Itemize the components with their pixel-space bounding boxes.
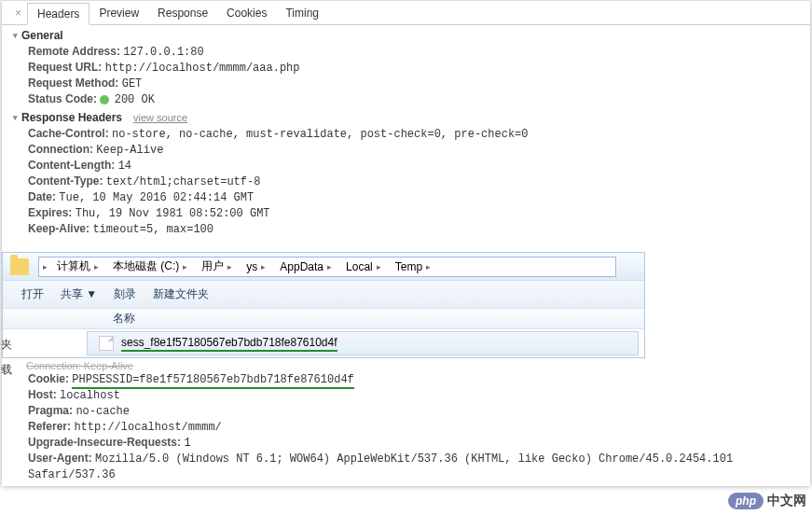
response-headers-title[interactable]: Response Headers bbox=[13, 111, 122, 124]
request-headers-section: Connection: Keep-Alive Cookie: PHPSESSID… bbox=[2, 358, 810, 486]
path-segment[interactable]: AppData▸ bbox=[274, 258, 340, 276]
content-type-value: text/html;charset=utf-8 bbox=[106, 175, 261, 188]
general-section: General Remote Address: 127.0.0.1:80 Req… bbox=[13, 29, 803, 107]
watermark: php 中文网 bbox=[728, 493, 806, 509]
connection-strike: Connection: Keep-Alive bbox=[13, 360, 803, 371]
view-source-link[interactable]: view source bbox=[133, 112, 187, 123]
content-length-key: Content-Length: bbox=[28, 159, 115, 172]
pragma-value: no-cache bbox=[76, 405, 130, 418]
explorer-addressbar: ▸ 计算机▸ 本地磁盘 (C:)▸ 用户▸ ys▸ AppData▸ Local… bbox=[3, 253, 644, 281]
path-segment[interactable]: 计算机▸ bbox=[51, 258, 107, 276]
host-value: localhost bbox=[60, 389, 120, 402]
pragma-key: Pragma: bbox=[28, 404, 73, 417]
windows-explorer: ▸ 计算机▸ 本地磁盘 (C:)▸ 用户▸ ys▸ AppData▸ Local… bbox=[2, 252, 645, 358]
watermark-text: 中文网 bbox=[767, 493, 806, 509]
connection-value: Keep-Alive bbox=[96, 144, 163, 157]
referer-key: Referer: bbox=[28, 420, 71, 433]
content-length-value: 14 bbox=[118, 160, 131, 173]
general-title[interactable]: General bbox=[13, 29, 63, 42]
connection-key: Connection: bbox=[28, 143, 93, 156]
remote-address-key: Remote Address: bbox=[28, 45, 120, 58]
path-bar[interactable]: ▸ 计算机▸ 本地磁盘 (C:)▸ 用户▸ ys▸ AppData▸ Local… bbox=[38, 257, 616, 277]
path-segment[interactable]: 用户▸ bbox=[196, 258, 241, 276]
user-agent-key: User-Agent: bbox=[28, 452, 92, 465]
explorer-toolbar: 打开 共享 ▼ 刻录 新建文件夹 bbox=[3, 281, 644, 309]
keep-alive-key: Keep-Alive: bbox=[28, 222, 89, 235]
request-method-value: GET bbox=[122, 77, 143, 90]
response-headers-section: Response Headers view source Cache-Contr… bbox=[13, 111, 803, 237]
status-code-value: 200 OK bbox=[115, 93, 155, 106]
headers-panel: General Remote Address: 127.0.0.1:80 Req… bbox=[2, 25, 810, 244]
request-url-value: http://localhost/mmmm/aaa.php bbox=[105, 62, 300, 75]
burn-button[interactable]: 刻录 bbox=[114, 286, 136, 302]
expires-key: Expires: bbox=[28, 206, 72, 219]
request-url-key: Request URL: bbox=[28, 61, 102, 74]
chevron-right-icon[interactable]: ▸ bbox=[39, 262, 51, 271]
path-segment[interactable]: Temp▸ bbox=[390, 258, 439, 276]
side-text-1: 夹 bbox=[1, 337, 12, 353]
devtools-tabs: × Headers Preview Response Cookies Timin… bbox=[2, 1, 810, 25]
cache-control-key: Cache-Control: bbox=[28, 127, 109, 140]
path-segment[interactable]: ys▸ bbox=[241, 258, 274, 276]
date-key: Date: bbox=[28, 190, 56, 203]
date-value: Tue, 10 May 2016 02:44:14 GMT bbox=[59, 191, 254, 204]
php-badge: php bbox=[728, 493, 764, 509]
content-type-key: Content-Type: bbox=[28, 174, 103, 188]
tab-headers[interactable]: Headers bbox=[27, 3, 89, 25]
file-list: 名称 sess_f8e1f57180567eb7bdb718fe87610d4f bbox=[3, 309, 644, 355]
uir-value: 1 bbox=[184, 437, 190, 450]
referer-value: http://localhost/mmmm/ bbox=[74, 421, 221, 434]
tab-cookies[interactable]: Cookies bbox=[217, 3, 276, 24]
keep-alive-value: timeout=5, max=100 bbox=[92, 223, 213, 236]
tab-response[interactable]: Response bbox=[148, 3, 217, 24]
tab-preview[interactable]: Preview bbox=[89, 3, 148, 24]
cache-control-value: no-store, no-cache, must-revalidate, pos… bbox=[112, 128, 528, 141]
remote-address-value: 127.0.0.1:80 bbox=[123, 46, 203, 59]
status-code-key: Status Code: bbox=[28, 92, 97, 105]
folder-icon[interactable] bbox=[10, 258, 29, 275]
column-name-header[interactable]: 名称 bbox=[77, 311, 135, 327]
path-segment[interactable]: Local▸ bbox=[340, 258, 390, 276]
open-button[interactable]: 打开 bbox=[21, 286, 44, 302]
path-segment[interactable]: 本地磁盘 (C:)▸ bbox=[107, 258, 196, 276]
share-button[interactable]: 共享 ▼ bbox=[61, 286, 97, 302]
status-dot-icon bbox=[100, 95, 109, 104]
side-text-2: 载 bbox=[1, 362, 12, 378]
cookie-key: Cookie: bbox=[28, 372, 69, 385]
uir-key: Upgrade-Insecure-Requests: bbox=[28, 436, 181, 449]
user-agent-value: Mozilla/5.0 (Windows NT 6.1; WOW64) Appl… bbox=[28, 452, 733, 481]
file-icon bbox=[99, 336, 114, 351]
expires-value: Thu, 19 Nov 1981 08:52:00 GMT bbox=[76, 207, 270, 220]
host-key: Host: bbox=[28, 388, 57, 401]
file-row[interactable]: sess_f8e1f57180567eb7bdb718fe87610d4f bbox=[87, 331, 639, 355]
request-method-key: Request Method: bbox=[28, 77, 118, 90]
tab-timing[interactable]: Timing bbox=[276, 3, 328, 24]
file-name: sess_f8e1f57180567eb7bdb718fe87610d4f bbox=[121, 336, 337, 352]
close-icon[interactable]: × bbox=[9, 3, 27, 24]
new-folder-button[interactable]: 新建文件夹 bbox=[153, 286, 209, 302]
